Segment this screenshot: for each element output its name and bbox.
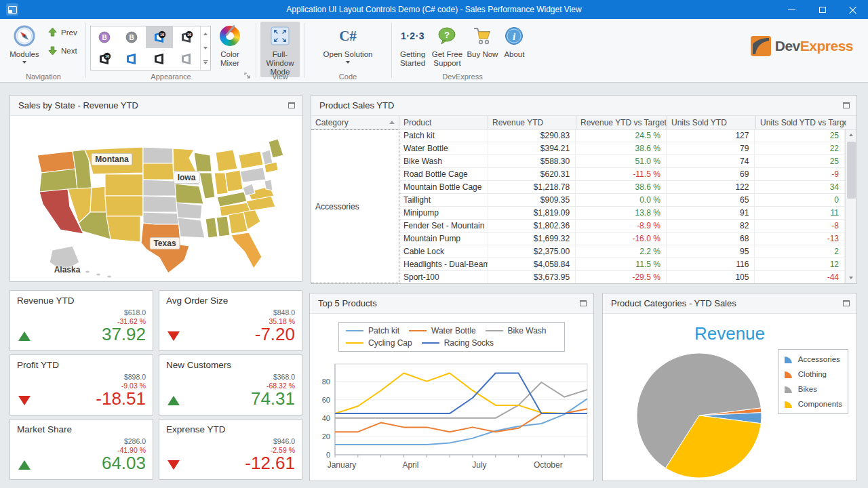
scroll-down-button[interactable] <box>846 272 856 283</box>
full-window-icon <box>269 24 292 47</box>
map-label-iowa: Iowa <box>174 171 200 184</box>
column-header-revenue[interactable]: Revenue YTD <box>488 116 576 129</box>
pie-chart-title: Revenue <box>603 323 856 344</box>
getting-started-button[interactable]: 1·2·3 Getting Started <box>396 22 429 72</box>
table-cell: Mountain Bottle Cage <box>399 181 488 193</box>
open-solution-label: Open Solution <box>323 50 373 59</box>
table-row[interactable]: Taillight$909.350.0 %650 <box>399 194 845 207</box>
collapse-widget-icon[interactable] <box>843 102 850 108</box>
legend-fan-swatch <box>783 369 795 380</box>
down-triangle-icon <box>167 331 180 341</box>
kpi-market-share[interactable]: Market Share$286.0-41.90 %64.03 <box>9 419 153 480</box>
svg-text:B: B <box>130 34 134 41</box>
kpi-profit-ytd[interactable]: Profit YTD$898.0-9.03 %-18.51 <box>9 354 153 415</box>
svg-text:80: 80 <box>322 378 330 386</box>
kpi-exprense-ytd[interactable]: Exprense YTD$946.0-2.59 %-12.61 <box>159 419 302 480</box>
kpi-avg-order-size[interactable]: Avg Order Size$848.035.18 %-7.20 <box>159 290 302 351</box>
gallery-scroll-down-button[interactable] <box>201 41 210 55</box>
table-cell: $588.30 <box>488 155 576 167</box>
pie-chart-legend: AccessoriesClothingBikesComponents <box>778 349 848 414</box>
next-button[interactable]: Next <box>45 44 80 57</box>
skin-thumbnail-8[interactable] <box>173 48 200 70</box>
get-free-support-button[interactable]: ? Get Free Support <box>429 22 465 72</box>
scrollbar-thumb[interactable] <box>847 142 856 199</box>
skin-gallery[interactable]: BB161616 <box>90 26 211 70</box>
table-row[interactable]: Mountain Pump$1,699.32-16.0 %68-13 <box>399 232 845 245</box>
kpi-amount: $286.0 <box>102 437 146 445</box>
skin-thumbnail-6[interactable] <box>118 48 145 70</box>
widget-header: Top 5 Products <box>310 293 593 314</box>
table-row[interactable]: Cable Lock$2,375.002.2 %952 <box>399 245 845 258</box>
prev-button[interactable]: Prev <box>45 26 80 39</box>
column-header-product[interactable]: Product <box>399 116 488 129</box>
maximize-button[interactable] <box>807 0 837 19</box>
kpi-value: -7.20 <box>255 325 295 344</box>
collapse-widget-icon[interactable] <box>843 300 850 306</box>
modules-button[interactable]: Modules <box>5 22 43 72</box>
column-header-revenue-vs-target[interactable]: Revenue YTD vs Target <box>576 116 667 129</box>
table-row[interactable]: Mountain Bottle Cage$1,218.7838.6 %12234 <box>399 181 845 194</box>
table-row[interactable]: Fender Set - Mountain$1,802.36-8.9 %82-8 <box>399 220 845 232</box>
table-cell: Water Bottle <box>399 142 488 155</box>
table-row[interactable]: Headlights - Dual-Beam$4,058.8411.5 %116… <box>399 258 845 271</box>
table-cell: 79 <box>667 142 755 155</box>
table-cell: 65 <box>667 194 755 206</box>
maximize-icon <box>819 7 826 13</box>
color-mixer-button[interactable]: Color Mixer <box>211 22 249 72</box>
collapse-widget-icon[interactable] <box>580 300 587 306</box>
table-cell: $909.35 <box>488 194 576 206</box>
skin-thumbnail-4[interactable]: 16 <box>173 26 200 48</box>
vertical-scrollbar[interactable] <box>845 129 856 283</box>
table-cell: 22 <box>755 142 845 155</box>
skin-thumbnail-3[interactable]: 16 <box>146 26 173 48</box>
category-cell[interactable]: Accessories <box>311 129 399 283</box>
table-row[interactable]: Bike Wash$588.3051.0 %7425 <box>399 155 845 168</box>
table-cell: 25 <box>755 129 845 142</box>
table-row[interactable]: Sport-100$3,673.95-29.5 %105-44 <box>399 271 845 283</box>
skin-thumbnail-5[interactable]: 16 <box>91 48 118 70</box>
open-solution-button[interactable]: C# Open Solution <box>314 22 382 72</box>
buy-now-button[interactable]: Buy Now <box>465 22 500 72</box>
kpi-title: Avg Order Size <box>166 296 295 306</box>
table-cell: 34 <box>755 181 845 193</box>
about-button[interactable]: i About <box>500 22 529 72</box>
skin-thumbnail-2[interactable]: B <box>118 26 145 48</box>
gallery-scroll-up-button[interactable] <box>201 26 210 41</box>
collapse-widget-icon[interactable] <box>288 102 295 108</box>
table-cell: $3,673.95 <box>488 271 576 283</box>
column-header-units[interactable]: Units Sold YTD <box>667 116 756 129</box>
legend-line-swatch <box>422 342 439 344</box>
app-window-icon[interactable] <box>6 3 18 16</box>
table-row[interactable]: Minipump$1,819.0913.8 %9111 <box>399 207 845 220</box>
chevron-down-icon <box>22 61 26 64</box>
table-cell: 95 <box>667 245 755 258</box>
scroll-up-button[interactable] <box>846 129 856 140</box>
table-cell: Taillight <box>399 194 488 206</box>
table-cell: -8 <box>755 220 845 232</box>
skin-thumbnail-1[interactable]: B <box>91 26 118 48</box>
full-window-mode-button[interactable]: Full-Window Mode <box>260 22 300 77</box>
minimize-button[interactable] <box>776 0 807 19</box>
column-header-category[interactable]: Category <box>311 116 399 129</box>
ribbon-separator <box>304 23 304 78</box>
ribbon-separator <box>391 23 392 78</box>
ribbon-group-devexpress: 1·2·3 Getting Started ? Get Free Support <box>393 19 532 82</box>
table-cell: 11 <box>755 207 845 219</box>
kpi-title: Exprense YTD <box>166 424 295 434</box>
kpi-amount: $618.0 <box>102 308 146 317</box>
kpi-revenue-ytd[interactable]: Revenue YTD$618.0-31.62 %37.92 <box>9 290 153 351</box>
table-row[interactable]: Patch kit$290.8324.5 %12725 <box>399 129 845 142</box>
down-triangle-icon <box>167 460 180 470</box>
us-map[interactable]: Montana Iowa Texas Alaska <box>10 116 302 281</box>
table-cell: 2.2 % <box>576 245 667 258</box>
table-row[interactable]: Road Bottle Cage$620.31-11.5 %69-9 <box>399 168 845 181</box>
about-label: About <box>504 50 524 59</box>
skin-thumbnail-7[interactable] <box>146 48 173 70</box>
table-row[interactable]: Water Bottle$394.2138.6 %7922 <box>399 142 845 155</box>
svg-text:?: ? <box>444 30 450 40</box>
legend-fan-swatch <box>783 354 795 365</box>
gallery-dropdown-button[interactable] <box>201 56 210 70</box>
close-button[interactable] <box>837 0 868 19</box>
kpi-new-customers[interactable]: New Customers$368.0-68.32 %74.31 <box>159 354 302 415</box>
column-header-units-vs-target[interactable]: Units Sold YTD vs Target <box>756 116 846 129</box>
